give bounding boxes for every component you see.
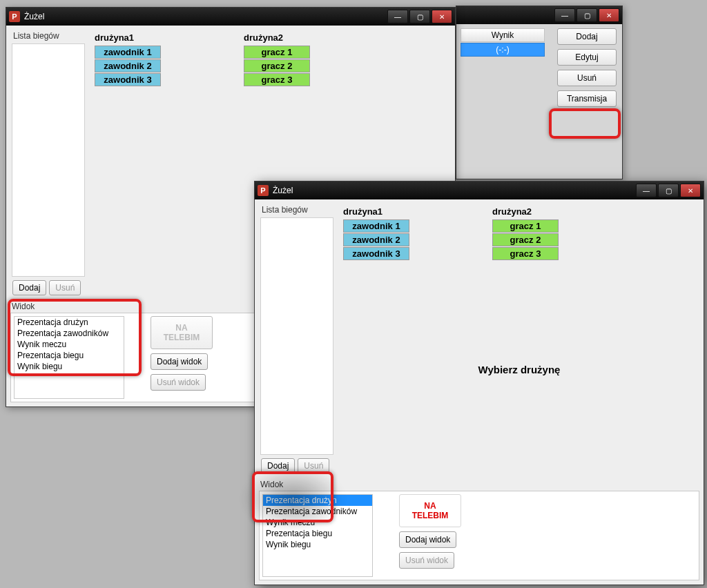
team2-column: drużyna2 gracz 1 gracz 2 gracz 3 xyxy=(492,206,559,261)
team1-column: drużyna1 zawodnik 1 zawodnik 2 zawodnik … xyxy=(343,206,409,261)
team2-player[interactable]: gracz 1 xyxy=(244,46,310,59)
app-icon: P xyxy=(9,11,20,22)
view-list[interactable]: Prezentacja drużyn Prezentacja zawodnikó… xyxy=(14,316,124,399)
close-button[interactable]: ✕ xyxy=(432,10,452,23)
view-item[interactable]: Prezentacja biegu xyxy=(14,350,124,361)
runs-list[interactable] xyxy=(260,217,333,455)
app-icon: P xyxy=(258,185,269,196)
edit-button[interactable]: Edytuj xyxy=(557,49,617,66)
view-item[interactable]: Prezentacja zawodników xyxy=(263,506,372,517)
view-item[interactable]: Prezentacja drużyn xyxy=(14,317,124,328)
team2-player[interactable]: gracz 2 xyxy=(244,59,310,72)
team1-player[interactable]: zawodnik 3 xyxy=(95,73,161,86)
team2-title: drużyna2 xyxy=(492,206,559,217)
team1-title: drużyna1 xyxy=(95,32,161,43)
minimize-button[interactable]: — xyxy=(387,10,408,23)
remove-view-button[interactable]: Usuń widok xyxy=(151,374,206,391)
run-add-button[interactable]: Dodaj xyxy=(261,458,295,473)
team2-player[interactable]: gracz 1 xyxy=(492,219,559,233)
view-label: Widok xyxy=(259,478,699,491)
team1-player[interactable]: zawodnik 1 xyxy=(343,219,409,233)
view-item-selected[interactable]: Prezentacja drużyn xyxy=(263,495,372,506)
run-remove-button[interactable]: Usuń xyxy=(298,458,329,473)
callout-transmisja xyxy=(549,108,621,139)
minimize-button[interactable]: — xyxy=(554,8,575,22)
secondary-window: — ▢ ✕ Wynik (-:-) Dodaj Edytuj Usuń Tran… xyxy=(456,6,623,179)
results-cell[interactable]: (-:-) xyxy=(461,43,545,57)
center-message: Wybierz drużynę xyxy=(339,264,699,476)
runs-label: Lista biegów xyxy=(259,204,335,216)
team2-column: drużyna2 gracz 1 gracz 2 gracz 3 xyxy=(244,32,310,87)
add-button[interactable]: Dodaj xyxy=(557,28,617,45)
run-add-button[interactable]: Dodaj xyxy=(12,280,46,295)
results-column-header[interactable]: Wynik xyxy=(461,28,545,42)
team1-player[interactable]: zawodnik 3 xyxy=(343,247,409,260)
team2-title: drużyna2 xyxy=(244,32,310,43)
add-view-button[interactable]: Dodaj widok xyxy=(151,353,208,370)
close-button[interactable]: ✕ xyxy=(680,184,701,197)
remove-button[interactable]: Usuń xyxy=(557,70,617,86)
team2-player[interactable]: gracz 3 xyxy=(492,247,559,260)
view-item[interactable]: Wynik biegu xyxy=(14,361,124,372)
maximize-button[interactable]: ▢ xyxy=(658,184,679,197)
view-item[interactable]: Wynik meczu xyxy=(263,517,372,528)
view-item[interactable]: Prezentacja zawodników xyxy=(14,328,124,339)
runs-label: Lista biegów xyxy=(10,30,86,42)
view-item[interactable]: Wynik biegu xyxy=(263,539,372,550)
window-title: Żużel xyxy=(24,12,387,21)
telebim-button[interactable]: NA TELEBIM xyxy=(151,316,213,349)
view-list[interactable]: Prezentacja drużyn Prezentacja zawodnikó… xyxy=(262,494,373,577)
add-view-button[interactable]: Dodaj widok xyxy=(399,531,456,548)
team2-player[interactable]: gracz 3 xyxy=(244,73,310,86)
titlebar: P Żużel — ▢ ✕ xyxy=(6,8,455,26)
team1-title: drużyna1 xyxy=(343,206,409,217)
remove-view-button[interactable]: Usuń widok xyxy=(399,552,454,569)
close-button[interactable]: ✕ xyxy=(599,8,619,22)
window-title: Żużel xyxy=(273,186,636,195)
telebim-button[interactable]: NA TELEBIM xyxy=(399,494,461,527)
view-item[interactable]: Wynik meczu xyxy=(14,339,124,350)
titlebar: — ▢ ✕ xyxy=(456,6,622,24)
zuzel-window-b: P Żużel — ▢ ✕ Lista biegów Dodaj Usuń dr… xyxy=(254,181,704,585)
team1-column: drużyna1 zawodnik 1 zawodnik 2 zawodnik … xyxy=(95,32,161,87)
run-remove-button[interactable]: Usuń xyxy=(49,280,81,295)
team2-player[interactable]: gracz 2 xyxy=(492,233,559,246)
transmit-button[interactable]: Transmisja xyxy=(557,90,617,107)
maximize-button[interactable]: ▢ xyxy=(577,8,597,22)
view-item[interactable]: Prezentacja biegu xyxy=(263,528,372,539)
maximize-button[interactable]: ▢ xyxy=(409,10,430,23)
secondary-client: Wynik (-:-) Dodaj Edytuj Usuń Transmisja xyxy=(456,24,622,179)
team1-player[interactable]: zawodnik 2 xyxy=(95,59,161,72)
zuzel-b-client: Lista biegów Dodaj Usuń drużyna1 zawodni… xyxy=(255,199,704,585)
titlebar: P Żużel — ▢ ✕ xyxy=(255,182,704,199)
runs-list[interactable] xyxy=(12,43,85,277)
team1-player[interactable]: zawodnik 1 xyxy=(95,46,161,59)
team1-player[interactable]: zawodnik 2 xyxy=(343,233,409,246)
minimize-button[interactable]: — xyxy=(636,184,657,197)
